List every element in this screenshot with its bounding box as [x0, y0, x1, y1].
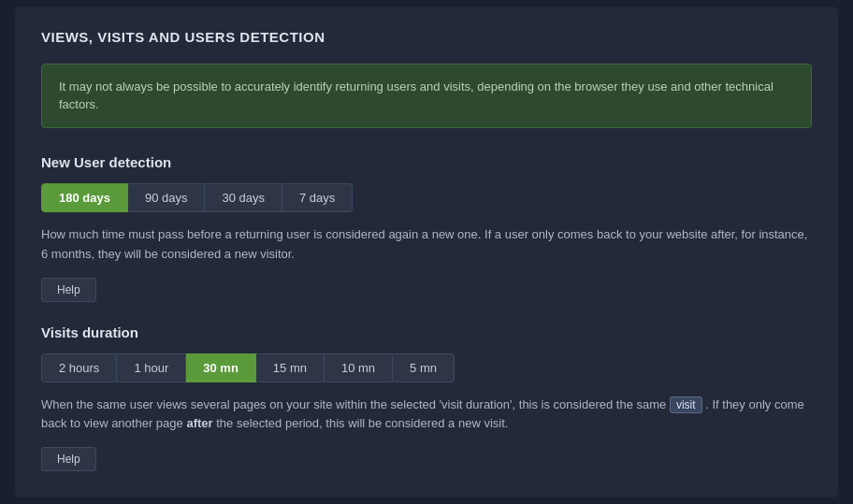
btn-180-days[interactable]: 180 days — [41, 183, 128, 212]
visits-duration-title: Visits duration — [41, 324, 812, 340]
btn-90-days[interactable]: 90 days — [128, 183, 206, 212]
btn-7-days[interactable]: 7 days — [282, 183, 353, 212]
btn-10-mn[interactable]: 10 mn — [325, 353, 393, 382]
visits-description-text3: the selected period, this will be consid… — [216, 416, 508, 430]
btn-15-mn[interactable]: 15 mn — [256, 353, 325, 382]
visit-highlight: visit — [670, 396, 702, 413]
btn-5-mn[interactable]: 5 mn — [393, 353, 455, 382]
visits-duration-section: Visits duration 2 hours 1 hour 30 mn 15 … — [41, 324, 812, 472]
new-user-description-text: How much time must pass before a returni… — [41, 227, 807, 261]
btn-1-hour[interactable]: 1 hour — [117, 353, 186, 382]
info-box: It may not always be possible to accurat… — [41, 64, 812, 128]
new-user-detection-section: New User detection 180 days 90 days 30 d… — [41, 154, 812, 302]
new-user-detection-description: How much time must pass before a returni… — [41, 225, 808, 265]
visits-duration-btn-group: 2 hours 1 hour 30 mn 15 mn 10 mn 5 mn — [41, 353, 812, 382]
page-title: VIEWS, VISITS AND USERS DETECTION — [41, 29, 812, 45]
visits-description-bold: after — [186, 416, 212, 430]
new-user-detection-btn-group: 180 days 90 days 30 days 7 days — [41, 183, 812, 212]
visits-description-text1: When the same user views several pages o… — [41, 397, 666, 411]
btn-30-days[interactable]: 30 days — [205, 183, 282, 212]
btn-2-hours[interactable]: 2 hours — [41, 353, 117, 382]
new-user-help-button[interactable]: Help — [41, 278, 96, 302]
visits-duration-help-button[interactable]: Help — [41, 447, 96, 471]
main-container: VIEWS, VISITS AND USERS DETECTION It may… — [15, 7, 838, 497]
info-box-text: It may not always be possible to accurat… — [59, 79, 773, 112]
visits-duration-description: When the same user views several pages o… — [41, 396, 808, 435]
btn-30-mn[interactable]: 30 mn — [186, 353, 256, 382]
new-user-detection-title: New User detection — [41, 154, 812, 170]
